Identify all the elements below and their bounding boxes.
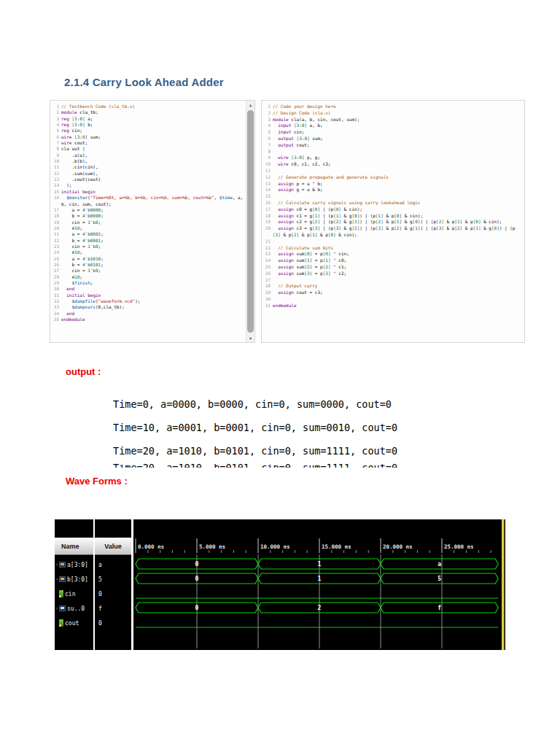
code-text: assign p = a ^ b; — [273, 181, 522, 187]
line-number: 1 — [262, 104, 273, 110]
code-text: cin = 1'b0; — [61, 268, 246, 274]
scrollbar-thumb[interactable] — [247, 110, 254, 333]
line-number: 25 — [262, 264, 273, 271]
code-line: 23 cin = 1'b0; — [50, 244, 246, 249]
code-line: 15 — [262, 193, 522, 200]
signal-name-row-a[3:0][interactable]: ›a[3:0] — [55, 557, 93, 572]
line-number: 7 — [262, 142, 273, 149]
code-line: 11 — [262, 168, 522, 174]
bus-value-label: 2 — [318, 605, 322, 611]
code-text: // Testbench Code (cla_tb.v) — [61, 104, 246, 109]
code-line: 14 assign g = a & b; — [262, 187, 522, 193]
code-text: reg [3:0] b; — [61, 122, 246, 128]
code-text: $monitor("Time=%0t, a=%b, b=%b, cin=%b, … — [61, 195, 246, 207]
line-number: 9 — [262, 155, 273, 161]
signal-value-cout: 0 — [95, 616, 131, 630]
code-line: 28 // Output carry — [262, 283, 522, 290]
code-line: 18 b = 4'b0000; — [50, 213, 246, 219]
line-number: 35 — [50, 317, 61, 322]
code-text: a = 4'b0000; — [61, 207, 246, 213]
bus-value-label: f — [438, 605, 441, 611]
line-number: 3 — [262, 117, 273, 123]
bus-signal-icon — [59, 576, 66, 582]
ruler-label: 15.000 ns — [322, 543, 351, 550]
console-output-line: Time=20, a=1010, b=0101, cin=0, sum=1111… — [113, 439, 397, 462]
code-text: wire cout; — [61, 140, 246, 146]
bus-value-label: 5 — [438, 576, 441, 582]
line-number: 14 — [50, 182, 61, 188]
line-number: 20 — [262, 225, 273, 239]
line-number: 27 — [50, 268, 61, 274]
code-line: 26 b = 4'b0101; — [50, 262, 246, 268]
code-line: 21 a = 4'b0001; — [50, 231, 246, 237]
code-text — [273, 193, 522, 200]
code-line: 33 $dumpvars(0,cla_tb); — [50, 304, 246, 310]
scroll-up-icon[interactable]: ▲ — [246, 101, 254, 109]
signal-value-cin: 0 — [95, 587, 131, 601]
line-number: 11 — [262, 168, 273, 174]
signal-name: a[3:0] — [67, 562, 93, 568]
testbench-scrollbar[interactable]: ▲ ▼ — [246, 101, 254, 342]
line-number: 31 — [50, 293, 61, 298]
code-line: 28 #10; — [50, 274, 246, 280]
code-text: initial begin — [61, 189, 246, 195]
line-number: 33 — [50, 304, 61, 310]
line-number: 20 — [50, 225, 61, 231]
code-line: 4 input [3:0] a, b; — [262, 123, 522, 129]
code-text: input cin; — [273, 129, 522, 136]
line-number: 19 — [50, 220, 61, 225]
bus-value-label: 0 — [195, 605, 199, 611]
waveform-plot-area[interactable]: 0.000 ns5.000 ns10.000 ns15.000 ns20.000… — [133, 519, 505, 650]
code-text: initial begin — [61, 293, 246, 298]
console-output-line: Time=0, a=0000, b=0000, cin=0, sum=0000,… — [113, 392, 397, 416]
signal-name-row-cout[interactable]: cout — [55, 616, 93, 630]
scroll-down-icon[interactable]: ▼ — [246, 334, 254, 342]
code-line: 17 a = 4'b0000; — [50, 207, 246, 213]
code-text: b = 4'b0000; — [61, 213, 246, 219]
code-text: // Output carry — [273, 283, 522, 290]
signal-name: cin — [65, 591, 93, 597]
code-line: 6wire [3:0] sum; — [50, 134, 246, 140]
line-number: 1 — [50, 104, 61, 109]
line-number: 26 — [50, 262, 61, 268]
name-column-header[interactable]: Name — [55, 538, 93, 555]
line-number: 24 — [50, 249, 61, 255]
line-number: 30 — [262, 296, 273, 303]
code-text: $finish; — [61, 280, 246, 286]
code-text: // Code your design here — [273, 104, 522, 110]
line-number: 29 — [50, 280, 61, 286]
ruler-label: 0.000 ns — [138, 543, 164, 550]
line-number: 2 — [262, 110, 273, 117]
signal-value-su..0: f — [95, 601, 131, 616]
line-number: 21 — [262, 239, 273, 245]
signal-name: su..0 — [67, 605, 93, 612]
line-number: 19 — [262, 219, 273, 225]
value-column-header[interactable]: Value — [95, 538, 131, 555]
code-text: reg [3:0] a; — [61, 116, 246, 122]
line-number: 26 — [262, 271, 273, 277]
output-label: output : — [66, 366, 101, 377]
ruler-label: 25.000 ns — [444, 543, 474, 550]
code-line: 2// Design Code (cla.v) — [262, 110, 522, 117]
signal-name-row-cin[interactable]: cin — [55, 587, 93, 601]
line-number: 5 — [262, 129, 273, 136]
code-text — [273, 149, 522, 155]
waveform-name-column: Name ›a[3:0]›b[3:0]cin›su..0cout — [55, 519, 93, 650]
code-line: 1// Code your design here — [262, 104, 522, 110]
code-line: 16 $monitor("Time=%0t, a=%b, b=%b, cin=%… — [50, 195, 246, 207]
code-text: end — [61, 286, 246, 292]
code-text: wire [3:0] p, g; — [273, 155, 522, 161]
line-number: 18 — [50, 213, 61, 219]
code-line: 17 assign c0 = g[0] | (p[0] & cin); — [262, 206, 522, 213]
signal-name-row-su..0[interactable]: ›su..0 — [55, 601, 93, 616]
code-line: 8 — [262, 149, 522, 155]
code-text: assign sum[0] = p[0] ^ cin; — [273, 251, 522, 258]
signal-name-row-b[3:0][interactable]: ›b[3:0] — [55, 572, 93, 587]
code-text: reg cin; — [61, 128, 246, 133]
code-text: b = 4'b0001; — [61, 238, 246, 244]
code-line: 13 .cout(cout) — [50, 177, 246, 182]
waveforms-label: Wave Forms : — [66, 476, 128, 487]
line-number: 5 — [50, 128, 61, 133]
waveform-value-column: Value a50f0 — [95, 519, 131, 650]
line-number: 16 — [262, 200, 273, 206]
